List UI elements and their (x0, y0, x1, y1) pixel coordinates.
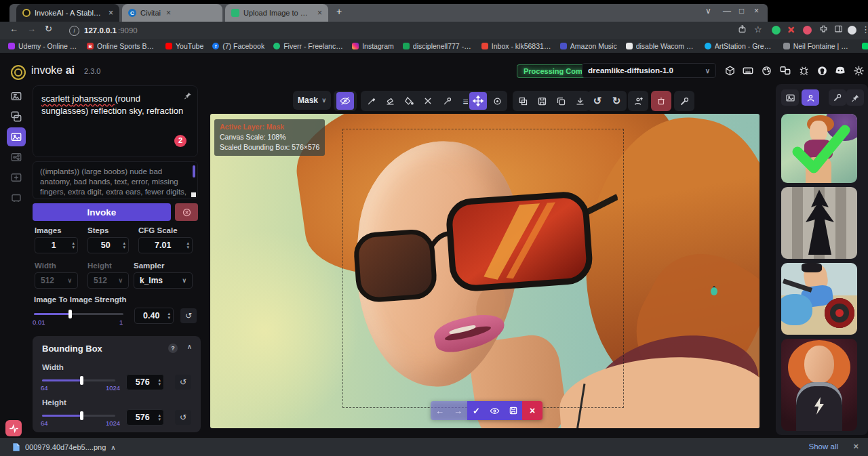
tab-training[interactable] (7, 188, 26, 207)
gallery-thumbnail-4[interactable] (781, 339, 857, 431)
tab-close-icon[interactable]: × (317, 8, 322, 18)
slider-thumb[interactable] (80, 376, 83, 385)
canvas-settings-wrench-button[interactable] (675, 92, 693, 110)
merge-visible-button[interactable] (514, 92, 532, 110)
address-bar[interactable]: i 127.0.0.1:9090 (62, 24, 713, 37)
download-caret-icon[interactable]: ∧ (111, 444, 115, 451)
share-icon[interactable] (738, 24, 747, 33)
previous-image-button[interactable]: ← (431, 401, 449, 420)
eraser-tool-button[interactable] (381, 92, 399, 110)
gallery-thumbnail-1[interactable] (781, 114, 857, 183)
language-icon[interactable] (778, 64, 792, 77)
stepper-down-icon[interactable]: ▾ (158, 417, 161, 421)
mute-extension-icon[interactable]: 🗙 (787, 26, 795, 35)
brush-tool-button[interactable] (362, 92, 380, 110)
tab-post-processing[interactable] (7, 168, 26, 187)
stepper-down-icon[interactable]: ▾ (158, 382, 161, 386)
invoke-button[interactable]: Invoke (33, 203, 171, 221)
bookmark-webtoon[interactable]: LINE WEBTOON - G... (862, 42, 868, 50)
bbox-width-reset-button[interactable]: ↺ (175, 375, 191, 390)
bookmark-instagram[interactable]: Instagram (352, 42, 394, 50)
copy-to-clipboard-button[interactable] (552, 92, 570, 110)
bookmark-neil-fontaine[interactable]: Neil Fontaine | CGS... (783, 42, 853, 50)
model-manager-icon[interactable] (723, 64, 736, 77)
bookmark-udemy[interactable]: Udemy - Online Co... (8, 42, 78, 50)
fill-bounding-box-button[interactable] (400, 92, 418, 110)
bbox-height-reset-button[interactable]: ↺ (175, 410, 191, 425)
undo-button[interactable]: ↺ (589, 92, 606, 110)
unified-canvas[interactable]: Active Layer: Mask Canvas Scale: 108% Sc… (210, 114, 760, 428)
reload-icon[interactable]: ↻ (45, 24, 52, 34)
bookmark-fiverr[interactable]: Fiverr - Freelance S... (273, 42, 343, 50)
bookmark-sports-betting[interactable]: BOnline Sports Betti... (87, 42, 157, 50)
bookmark-facebook[interactable]: f(7) Facebook (212, 42, 264, 50)
color-picker-tool-button[interactable] (438, 92, 456, 110)
clear-canvas-button[interactable] (652, 92, 670, 110)
side-panel-icon[interactable] (834, 24, 843, 33)
tab-unified-canvas[interactable] (7, 127, 26, 146)
gallery-images-category-button[interactable] (781, 89, 799, 106)
new-tab-button[interactable]: + (336, 6, 342, 17)
next-image-button[interactable]: → (449, 401, 467, 420)
erase-bounding-box-button[interactable] (419, 92, 437, 110)
stepper-down-icon[interactable]: ▾ (167, 316, 170, 320)
bbox-height-input[interactable]: 576▴▾ (126, 409, 164, 426)
window-minimize-icon[interactable]: — (723, 6, 731, 16)
bookmark-inbox[interactable]: Inbox - klk56831@... (481, 42, 551, 50)
slider-thumb[interactable] (68, 310, 72, 318)
console-toggle-button[interactable] (5, 420, 22, 436)
slider-thumb[interactable] (80, 411, 83, 420)
stepper-down-icon[interactable]: ▾ (72, 245, 75, 249)
scrollbar-thumb[interactable] (193, 165, 195, 178)
bookmark-youtube[interactable]: YouTube (165, 42, 203, 50)
collapse-chevron-icon[interactable]: ∧ (187, 343, 192, 350)
discord-icon[interactable] (833, 64, 847, 77)
window-maximize-icon[interactable]: □ (739, 6, 744, 16)
window-close-icon[interactable]: × (754, 6, 759, 16)
bookmark-artstation[interactable]: ArtStation - Greg R... (705, 42, 774, 50)
cfg-scale-input[interactable]: 7.01▴▾ (138, 237, 193, 253)
download-bar-close-icon[interactable]: × (853, 441, 859, 451)
bbox-width-input[interactable]: 576▴▾ (126, 374, 164, 390)
bookmark-wacom[interactable]: disable Wacom Circ... (626, 42, 696, 50)
github-icon[interactable] (815, 64, 829, 77)
discard-staged-image-button[interactable]: × (522, 401, 542, 420)
gallery-pin-button[interactable] (846, 89, 864, 106)
images-input[interactable]: 1▴▾ (35, 237, 78, 253)
save-to-gallery-button[interactable] (533, 92, 551, 110)
pin-icon[interactable] (184, 91, 192, 100)
extension-icon-green[interactable] (772, 26, 781, 35)
upload-image-button[interactable] (629, 92, 647, 110)
accept-image-button[interactable]: ✓ (467, 401, 486, 420)
extensions-puzzle-icon[interactable] (819, 24, 828, 33)
redo-button[interactable]: ↻ (608, 92, 625, 110)
tab-close-icon[interactable]: × (166, 8, 171, 18)
report-bug-icon[interactable] (797, 64, 810, 77)
negative-prompt-input[interactable]: ((implants)) (large boobs) nude bad anat… (33, 161, 198, 199)
gallery-thumbnail-3[interactable] (781, 263, 857, 335)
resize-handle[interactable] (191, 192, 196, 197)
extension-icon-red[interactable] (803, 26, 812, 35)
download-image-button[interactable] (571, 92, 589, 110)
move-tool-button[interactable] (469, 92, 487, 110)
site-info-icon[interactable]: i (69, 26, 79, 36)
settings-gear-icon[interactable] (852, 64, 865, 77)
forward-icon[interactable]: → (27, 24, 36, 34)
bounding-box-overlay[interactable] (342, 129, 624, 408)
tab-image-to-image[interactable] (7, 107, 26, 126)
save-staged-image-button[interactable] (504, 401, 522, 420)
stepper-down-icon[interactable]: ▾ (186, 245, 189, 249)
strength-reset-button[interactable]: ↺ (180, 308, 197, 323)
theme-palette-icon[interactable] (760, 64, 773, 77)
tab-upload-image[interactable]: Upload Image to Enlarge & Enh.. × (225, 4, 328, 22)
gallery-user-category-button[interactable] (802, 89, 819, 106)
sampler-select[interactable]: k_lms∨ (134, 272, 193, 289)
steps-input[interactable]: 50▴▾ (87, 237, 129, 253)
model-select[interactable]: dreamlike-diffusion-1.0 ∨ (582, 63, 716, 78)
tab-nodes[interactable] (7, 148, 26, 167)
gallery-thumbnail-2[interactable] (781, 187, 857, 259)
bbox-width-slider[interactable] (42, 379, 115, 381)
prompt-input[interactable]: scarlett johansson (round sunglasses) re… (33, 85, 198, 157)
tab-civitai[interactable]: C Civitai × (122, 4, 222, 22)
hotkeys-icon[interactable] (741, 64, 755, 77)
